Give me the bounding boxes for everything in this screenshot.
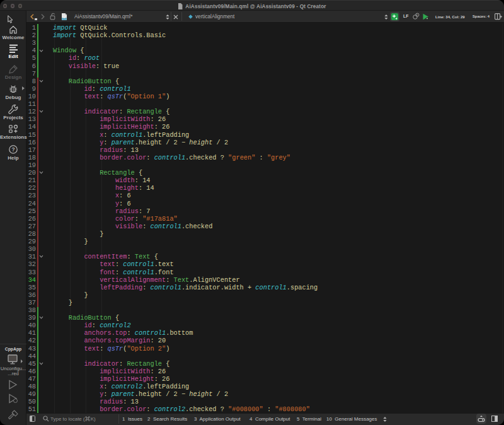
svg-text:9: 9	[416, 14, 418, 16]
svg-text:?: ?	[11, 146, 14, 153]
